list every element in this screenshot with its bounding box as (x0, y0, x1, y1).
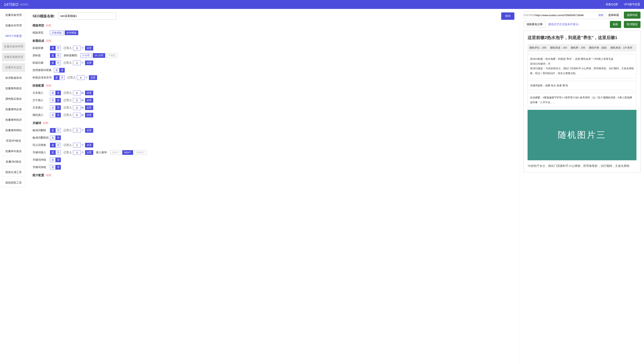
set-button[interactable]: 设置 (85, 105, 93, 110)
set-button[interactable]: 设置 (85, 143, 93, 147)
count-input[interactable] (73, 150, 81, 155)
set-button[interactable]: 设置 (85, 91, 93, 95)
example-link[interactable]: 示列 (43, 121, 48, 125)
pick-title-button[interactable]: 选择标题 (605, 12, 622, 19)
version: v1.3.0.1 (20, 3, 28, 6)
yes-no-toggle[interactable]: 是否 (50, 46, 61, 51)
keyword-extract: 关键词提取：泡脚 热水 患者 脚 热 (530, 83, 634, 88)
meta-source: 随机来源：147发布 (610, 46, 632, 50)
header-link-qq[interactable]: 采集QQ群 (606, 3, 618, 6)
image-placeholder: 随机图片三 (528, 110, 636, 160)
right-panel: 内容页链接 搜索 选择标题 选择内容 清除黄色注释 黄色文字正式发布不显示↓ 刷… (520, 9, 644, 364)
count-input[interactable] (73, 98, 81, 103)
count-input[interactable] (73, 105, 81, 110)
yes-no-toggle[interactable]: 是否 (50, 105, 61, 110)
sidebar-item-12[interactable]: 百度API推送 (2, 137, 25, 145)
sidebar: 批量采集管理批量发布管理SEO个性配置批量自媒体管理批量短视频管理批量排名监控收… (0, 9, 27, 364)
example-link[interactable]: 示列 (46, 39, 51, 42)
template-name-label: SEO模版名称: (32, 14, 55, 19)
section-title-compose: 标题组成 (32, 39, 44, 42)
yellow-notice: 黄色文字正式发布不显示↓ (548, 23, 580, 26)
sidebar-item-10[interactable]: 批量搜狗投诉 (2, 116, 25, 124)
sidebar-item-15[interactable]: 链接生成工具 (2, 168, 25, 176)
app-header: 147SEO v1.3.0.1 采集QQ群 VPS拨号设置 (0, 0, 644, 9)
set-button[interactable]: 设置 (85, 98, 93, 103)
example-link[interactable]: 示列 (46, 24, 51, 27)
clear-yellow-button[interactable]: 清除黄色注释 (524, 21, 546, 28)
template-type-collect[interactable]: 采集模版 (50, 31, 64, 35)
brand: 147SEO (4, 2, 18, 7)
pick-content-button[interactable]: 选择内容 (624, 12, 640, 19)
header-link-vps[interactable]: VPS拨号设置 (624, 3, 640, 6)
orig-seo-keyword: 原SEO关键词：空 (530, 62, 634, 66)
freq-500[interactable]: 500/个 (122, 150, 133, 155)
meta-read: 随机阅读：243 (550, 46, 567, 50)
count-input[interactable] (73, 46, 81, 51)
article-meta: 随机评论：265 随机阅读：243 随机赞：206 随机作者：妞妞 随机来源：1… (528, 44, 636, 51)
yes-no-toggle[interactable]: 是否 (50, 128, 61, 133)
count-input[interactable] (73, 128, 81, 133)
sidebar-item-7[interactable]: 批量搜狗推送 (2, 84, 25, 93)
set-button[interactable]: 设置 (85, 113, 93, 117)
meta-comment: 随机评论：265 (530, 46, 546, 50)
template-type-publish[interactable]: 发布模版 (65, 31, 78, 35)
section-keyword: 关键词 (32, 121, 41, 125)
yes-no-toggle[interactable]: 是否 (50, 113, 61, 117)
set-button[interactable]: 设置 (85, 46, 93, 51)
section-template-type: 模版类型 (32, 24, 44, 27)
yes-no-toggle[interactable]: 是否 (50, 157, 61, 162)
yes-no-toggle[interactable]: 是否 (50, 143, 61, 147)
example-link[interactable]: 示列 (46, 84, 51, 87)
yes-no-toggle[interactable]: 是否 (50, 91, 61, 95)
set-button[interactable]: 设置 (89, 75, 97, 80)
sidebar-item-4: 批量短视频管理 (2, 53, 25, 61)
orig-seo-desc: 原SEO描述：70岁的张女士，因出门买菜时不小心摔倒，而导致骨折。治疗期间，又发… (530, 66, 634, 76)
yes-no-toggle[interactable]: 是否 (50, 98, 61, 103)
set-button[interactable]: 设置 (85, 61, 93, 65)
refresh-button[interactable]: 刷新 (610, 21, 621, 28)
cancel-preview-button[interactable]: 取消预览 (624, 21, 640, 28)
yes-no-toggle[interactable]: 是否 (50, 165, 61, 169)
sidebar-item-2[interactable]: SEO个性配置 (2, 32, 25, 40)
auto-summary: 自动摘要：#家庭健康守护官# #谣零零计划# 参考资料：[1]《说个遗憾的消息：… (530, 95, 634, 105)
set-button[interactable]: 设置 (85, 128, 93, 133)
count-input[interactable] (77, 75, 85, 80)
cut-10-15[interactable]: 10-15字 (93, 53, 105, 58)
count-input[interactable] (73, 91, 81, 95)
template-name-input[interactable] (58, 13, 116, 20)
freq-200[interactable]: 200/个 (110, 150, 121, 155)
yes-no-toggle[interactable]: 是否 (50, 53, 61, 58)
url-input[interactable] (535, 12, 598, 19)
url-label: 内容页链接 (524, 14, 535, 17)
sidebar-item-11[interactable]: 批量搜狗绑站 (2, 126, 25, 135)
sidebar-item-8[interactable]: 搜狗验证推送 (2, 95, 25, 103)
yes-no-toggle[interactable]: 是否 (54, 68, 65, 73)
cut-none[interactable]: 不截取 (106, 53, 118, 58)
example-link[interactable]: 示列 (46, 174, 51, 177)
sidebar-item-13[interactable]: 批量神马推送 (2, 147, 25, 156)
sidebar-item-9[interactable]: 批量搜狗反馈 (2, 105, 25, 114)
count-input[interactable] (73, 113, 81, 117)
url-box: 内容页链接 搜索 (524, 11, 603, 19)
meta-like: 随机赞：206 (571, 46, 585, 50)
section-paragraph: 段落配置 (32, 84, 44, 87)
sidebar-item-0[interactable]: 批量采集管理 (2, 11, 25, 20)
save-button[interactable]: 保存 (501, 13, 514, 20)
count-input[interactable] (73, 143, 81, 147)
sidebar-item-1[interactable]: 批量发布管理 (2, 21, 25, 30)
search-button[interactable]: 搜索 (598, 14, 603, 17)
freq-1000[interactable]: 1000/个 (134, 150, 147, 155)
sidebar-item-16[interactable]: 链接抓取工具 (2, 178, 25, 187)
yes-no-toggle[interactable]: 是否 (50, 61, 61, 65)
yes-no-toggle[interactable]: 是否 (50, 135, 61, 140)
meta-author: 随机作者：妞妞 (589, 46, 606, 50)
orig-seo-title: 原SEO标题：热水泡脚，到底是"养生"，还是"慢性自杀"？对5类人有害无益 (530, 57, 634, 62)
yes-no-toggle[interactable]: 是否 (50, 150, 61, 155)
yes-no-toggle[interactable]: 是否 (54, 75, 65, 80)
count-input[interactable] (73, 61, 81, 65)
sidebar-item-14[interactable]: 批量360推送 (2, 157, 25, 166)
template-type-label: 模版类型 (32, 31, 50, 35)
set-button[interactable]: 设置 (85, 150, 93, 155)
cut-5-10[interactable]: 5-10字 (80, 53, 92, 58)
sidebar-item-6[interactable]: 收录数据查询 (2, 74, 25, 82)
